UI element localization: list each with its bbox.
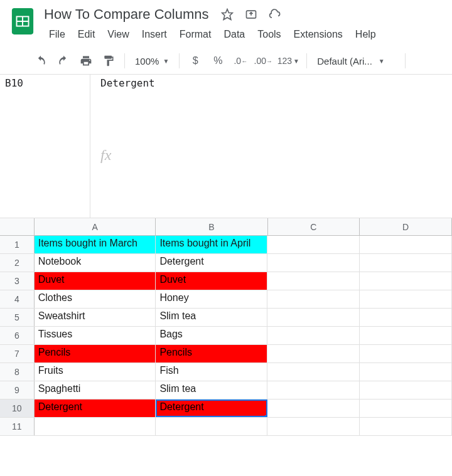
cell[interactable]	[267, 418, 360, 435]
menu-edit[interactable]: Edit	[73, 26, 100, 43]
star-icon[interactable]	[221, 8, 234, 21]
chevron-down-icon: ▼	[379, 58, 385, 65]
cell[interactable]	[360, 381, 452, 399]
row-header[interactable]: 4	[0, 290, 35, 308]
cell[interactable]: Honey	[156, 290, 267, 308]
toolbar: 100% ▼ $ % .0← .00→ 123▼ Default (Ari...…	[0, 48, 452, 75]
cell[interactable]: Slim tea	[156, 309, 267, 326]
cell[interactable]: Fruits	[35, 363, 156, 381]
cell[interactable]: Items bought in April	[156, 236, 267, 253]
table-row: 9SpaghettiSlim tea	[0, 381, 452, 399]
cell[interactable]: Detergent	[156, 254, 267, 272]
cell[interactable]	[360, 254, 452, 272]
col-header-C[interactable]: C	[268, 218, 360, 235]
row-header[interactable]: 3	[0, 272, 35, 290]
menu-tools[interactable]: Tools	[252, 26, 286, 43]
increase-decimal-button[interactable]: .00→	[252, 51, 274, 70]
name-box[interactable]: B10	[0, 75, 90, 92]
cell[interactable]: Pencils	[35, 345, 156, 362]
cell[interactable]	[360, 272, 452, 290]
menu-help[interactable]: Help	[350, 26, 381, 43]
row-header[interactable]: 7	[0, 345, 35, 362]
decrease-decimal-button[interactable]: .0←	[230, 51, 251, 70]
table-row: 10DetergentDetergent	[0, 399, 452, 418]
cell[interactable]	[35, 418, 156, 435]
currency-button[interactable]: $	[185, 51, 206, 70]
cell[interactable]	[360, 236, 452, 253]
chevron-down-icon: ▼	[163, 58, 169, 65]
cell[interactable]	[360, 309, 452, 326]
cell[interactable]	[267, 272, 360, 290]
paint-format-button[interactable]	[98, 51, 119, 70]
cell[interactable]	[267, 254, 360, 272]
row-header[interactable]: 9	[0, 381, 35, 399]
row-header[interactable]: 8	[0, 363, 35, 381]
print-button[interactable]	[75, 51, 97, 70]
cell[interactable]	[360, 290, 452, 308]
cloud-icon[interactable]	[269, 8, 281, 21]
table-row: 5SweatshirtSlim tea	[0, 309, 452, 327]
col-header-B[interactable]: B	[156, 218, 267, 235]
menu-file[interactable]: File	[44, 26, 70, 43]
cell[interactable]	[267, 399, 360, 417]
redo-button[interactable]	[53, 51, 74, 70]
cell[interactable]	[267, 363, 360, 381]
cell[interactable]: Slim tea	[156, 381, 267, 399]
undo-button[interactable]	[30, 51, 51, 70]
cell[interactable]	[267, 236, 360, 253]
formula-bar-area: B10 Detergent fx	[0, 75, 452, 218]
cell[interactable]: Fish	[156, 363, 267, 381]
cell[interactable]: Notebook	[35, 254, 156, 272]
cell[interactable]	[360, 399, 452, 417]
row-header[interactable]: 10	[0, 399, 35, 417]
cell[interactable]: Tissues	[35, 327, 156, 344]
col-header-A[interactable]: A	[35, 218, 156, 235]
table-row: 4ClothesHoney	[0, 290, 452, 309]
sheets-logo[interactable]	[10, 5, 35, 38]
zoom-value: 100%	[135, 56, 159, 66]
spreadsheet-grid[interactable]: A B C D 1Items bought in MarchItems boug…	[0, 218, 452, 436]
more-formats-button[interactable]: 123▼	[275, 51, 301, 70]
cell[interactable]: Sweatshirt	[35, 309, 156, 326]
menu-format[interactable]: Format	[175, 26, 217, 43]
row-header[interactable]: 6	[0, 327, 35, 344]
cell[interactable]	[360, 418, 452, 435]
doc-title[interactable]: How To Compare Columns	[44, 5, 208, 24]
cell[interactable]: Bags	[156, 327, 267, 344]
menu-view[interactable]: View	[102, 26, 134, 43]
formula-bar[interactable]: Detergent	[90, 75, 452, 92]
row-header[interactable]: 5	[0, 309, 35, 326]
cell[interactable]	[360, 345, 452, 362]
cell[interactable]	[267, 381, 360, 399]
column-headers: A B C D	[0, 218, 452, 236]
menu-data[interactable]: Data	[218, 26, 250, 43]
menu-insert[interactable]: Insert	[137, 26, 172, 43]
row-header[interactable]: 1	[0, 236, 35, 253]
cell[interactable]	[156, 418, 267, 435]
move-icon[interactable]	[245, 8, 257, 21]
row-header[interactable]: 11	[0, 418, 35, 435]
cell[interactable]	[360, 363, 452, 381]
cell[interactable]	[267, 309, 360, 326]
cell[interactable]	[360, 327, 452, 344]
cell[interactable]: Detergent	[35, 399, 156, 417]
cell[interactable]: Duvet	[35, 272, 156, 290]
cell[interactable]	[267, 345, 360, 362]
font-name: Default (Ari...	[317, 56, 372, 66]
cell[interactable]: Spaghetti	[35, 381, 156, 399]
menu-extensions[interactable]: Extensions	[289, 26, 348, 43]
fx-label: fx	[90, 92, 452, 218]
zoom-select[interactable]: 100% ▼	[130, 56, 174, 66]
percent-button[interactable]: %	[207, 51, 229, 70]
cell[interactable]	[267, 290, 360, 308]
col-header-D[interactable]: D	[360, 218, 452, 235]
cell[interactable]: Duvet	[156, 272, 267, 290]
font-select[interactable]: Default (Ari... ▼	[312, 56, 400, 66]
select-all-corner[interactable]	[0, 218, 35, 235]
cell[interactable]: Items bought in March	[35, 236, 156, 253]
cell[interactable]: Clothes	[35, 290, 156, 308]
cell[interactable]: Pencils	[156, 345, 267, 362]
row-header[interactable]: 2	[0, 254, 35, 272]
cell[interactable]	[267, 327, 360, 344]
cell[interactable]: Detergent	[156, 399, 267, 417]
